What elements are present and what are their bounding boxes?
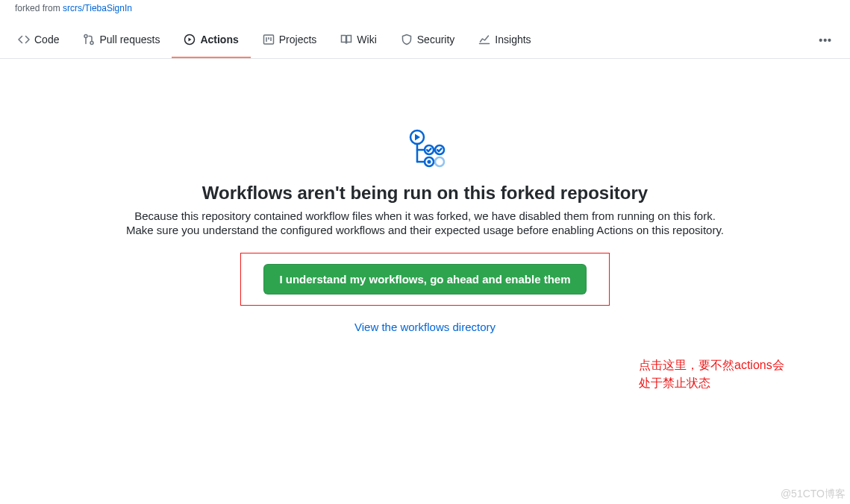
fork-source-link[interactable]: srcrs/TiebaSignIn bbox=[63, 3, 132, 13]
blankslate-title: Workflows aren't being run on this forke… bbox=[24, 183, 826, 204]
blankslate-desc-2: Make sure you understand the configured … bbox=[24, 224, 826, 236]
tab-security[interactable]: Security bbox=[389, 25, 467, 58]
svg-point-8 bbox=[428, 161, 430, 163]
play-icon bbox=[184, 34, 196, 45]
tab-insights-label: Insights bbox=[495, 31, 531, 48]
blankslate: Workflows aren't being run on this forke… bbox=[0, 59, 850, 333]
tab-code-label: Code bbox=[34, 31, 59, 48]
tab-wiki-label: Wiki bbox=[357, 31, 376, 48]
workflow-graphic-icon bbox=[404, 127, 447, 171]
svg-point-9 bbox=[435, 157, 444, 166]
project-icon bbox=[263, 34, 275, 45]
tab-pulls-label: Pull requests bbox=[99, 31, 160, 48]
tab-actions[interactable]: Actions bbox=[172, 25, 250, 58]
more-menu[interactable]: ••• bbox=[807, 28, 844, 55]
book-icon bbox=[340, 34, 352, 45]
git-pull-request-icon bbox=[83, 34, 95, 45]
tab-actions-label: Actions bbox=[200, 31, 238, 48]
tab-code[interactable]: Code bbox=[6, 25, 71, 58]
tab-wiki[interactable]: Wiki bbox=[328, 25, 388, 58]
enable-workflows-button[interactable]: I understand my workflows, go ahead and … bbox=[263, 264, 586, 294]
blankslate-desc-1: Because this repository contained workfl… bbox=[24, 210, 826, 222]
view-workflows-link[interactable]: View the workflows directory bbox=[24, 321, 826, 333]
enable-box: I understand my workflows, go ahead and … bbox=[240, 253, 609, 306]
graph-icon bbox=[478, 34, 490, 45]
fork-prefix: forked from bbox=[15, 3, 63, 13]
fork-info: forked from srcrs/TiebaSignIn bbox=[15, 3, 838, 13]
tab-pull-requests[interactable]: Pull requests bbox=[71, 25, 172, 58]
tab-projects-label: Projects bbox=[279, 31, 317, 48]
repo-nav-tabs: Code Pull requests Actions Projects Wiki… bbox=[6, 25, 543, 58]
shield-icon bbox=[401, 34, 413, 45]
code-icon bbox=[18, 34, 30, 45]
repo-head: forked from srcrs/TiebaSignIn bbox=[0, 3, 850, 13]
tab-security-label: Security bbox=[417, 31, 455, 48]
tab-projects[interactable]: Projects bbox=[251, 25, 329, 58]
tab-insights[interactable]: Insights bbox=[466, 25, 543, 58]
repo-nav: Code Pull requests Actions Projects Wiki… bbox=[0, 25, 850, 59]
